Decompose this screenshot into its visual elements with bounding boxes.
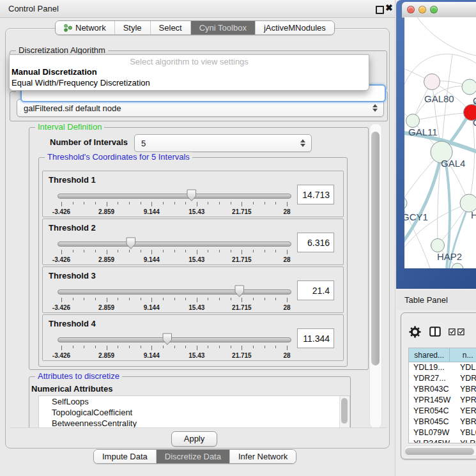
tab-jactivemnodules[interactable]: jActiveMNodules bbox=[256, 21, 334, 35]
close-icon[interactable] bbox=[385, 3, 394, 14]
group-label: Interval Definition bbox=[35, 123, 104, 132]
column-header[interactable]: shared... bbox=[409, 348, 450, 362]
network-edge[interactable] bbox=[417, 17, 476, 56]
algo-option-manual-discretization[interactable]: Manual Discretization bbox=[10, 66, 369, 77]
number-of-intervals-label: Number of Intervals bbox=[50, 137, 128, 147]
table-row[interactable]: YDR27...YDR2 bbox=[409, 373, 476, 384]
combo-spinner-icon bbox=[372, 104, 378, 112]
slider-track[interactable] bbox=[58, 289, 291, 295]
interval-definition-group: Interval Definition Number of Intervals … bbox=[29, 127, 369, 370]
tab-cyni-toolbox[interactable]: Cyni Toolbox bbox=[191, 21, 256, 35]
tab-network[interactable]: Network bbox=[56, 21, 115, 35]
gear-icon[interactable] bbox=[409, 326, 421, 338]
cell-name: YLR3 bbox=[453, 438, 476, 443]
panel-title: Control Panel bbox=[8, 4, 59, 13]
threshold-label: Threshold 4 bbox=[49, 319, 96, 328]
threshold-value-input[interactable]: 21.4 bbox=[297, 280, 334, 300]
algo-option-equal-width-frequency-discretization[interactable]: Equal Width/Frequency Discretization bbox=[10, 77, 369, 88]
network-node-gcy1[interactable] bbox=[404, 197, 407, 210]
apply-button[interactable]: Apply bbox=[171, 431, 217, 447]
slider-knob[interactable] bbox=[126, 237, 136, 250]
table-row[interactable]: YBR043CYBR0 bbox=[409, 384, 476, 395]
threshold-value-input[interactable]: 6.316 bbox=[297, 233, 334, 252]
table-row[interactable]: YDL19...YDL1 bbox=[409, 362, 476, 373]
slider-ticks bbox=[61, 250, 287, 255]
threshold-panel-3: Threshold 3-3.4262.8599.14415.4321.71528… bbox=[42, 266, 344, 313]
attribute-item[interactable]: BetweennessCentrality bbox=[39, 418, 349, 428]
threshold-slider[interactable]: -3.4262.8599.14415.4321.71528 bbox=[58, 188, 291, 216]
split-column-icon[interactable] bbox=[429, 326, 441, 337]
table-panel-titlebar: Table Panel bbox=[396, 290, 476, 310]
column-header[interactable]: n... bbox=[450, 348, 476, 362]
cell-name: YDL1 bbox=[453, 362, 476, 373]
mac-close-icon[interactable] bbox=[407, 6, 415, 13]
threshold-value-input[interactable]: 14.713 bbox=[297, 185, 334, 204]
cell-shared-name: YBL079W bbox=[409, 427, 453, 438]
table-row[interactable]: YLR345WYLR3 bbox=[409, 438, 476, 443]
slider-knob[interactable] bbox=[234, 285, 245, 298]
slider-tick-labels: -3.4262.8599.14415.4321.71528 bbox=[61, 208, 287, 216]
threshold-panel-1: Threshold 1-3.4262.8599.14415.4321.71528… bbox=[42, 171, 344, 217]
tab-discretize-data[interactable]: Discretize Data bbox=[157, 450, 230, 463]
control-panel: Control Panel NetworkStyleSelectCyni Too… bbox=[0, 0, 395, 476]
slider-tick-labels: -3.4262.8599.14415.4321.71528 bbox=[61, 256, 287, 264]
slider-track[interactable] bbox=[58, 242, 291, 247]
slider-knob[interactable] bbox=[187, 189, 197, 202]
tab-label: Cyni Toolbox bbox=[199, 23, 247, 33]
cell-shared-name: YDR27... bbox=[409, 373, 453, 384]
list-scrollbar-thumb[interactable] bbox=[341, 398, 348, 424]
network-node-hap2[interactable] bbox=[431, 239, 445, 252]
network-view-window[interactable]: GAL80G.CGAL11GAL4GCY1HHAP2 bbox=[396, 0, 476, 289]
settings-scroll-area: Interval Definition Number of Intervals … bbox=[10, 123, 387, 428]
control-panel-titlebar: Control Panel bbox=[0, 0, 395, 18]
horizontal-scrollbar-thumb[interactable] bbox=[405, 448, 474, 455]
network-node-gal80[interactable] bbox=[424, 74, 440, 90]
cell-shared-name: YPR145W bbox=[409, 395, 453, 406]
slider-track[interactable] bbox=[58, 194, 291, 199]
algorithm-dropdown: Select algorithm to view settings Manual… bbox=[9, 54, 369, 91]
network-node-gal11[interactable] bbox=[406, 114, 420, 128]
tab-select[interactable]: Select bbox=[151, 21, 191, 35]
table-row[interactable]: YER054CYER0 bbox=[409, 406, 476, 417]
table-row[interactable]: YBR045CYBR0 bbox=[409, 417, 476, 427]
threshold-slider[interactable]: -3.4262.8599.14415.4321.71528 bbox=[58, 332, 291, 360]
vertical-scrollbar-thumb[interactable] bbox=[371, 132, 380, 365]
cell-name: YER0 bbox=[453, 406, 476, 417]
float-window-icon[interactable] bbox=[376, 6, 384, 14]
mac-zoom-icon[interactable] bbox=[430, 6, 438, 13]
thresholds-group: Threshold's Coordinates for 5 Intervals … bbox=[38, 157, 348, 367]
tab-infer-network[interactable]: Infer Network bbox=[230, 450, 296, 463]
network-graph: GAL80G.CGAL11GAL4GCY1HHAP2 bbox=[404, 17, 476, 268]
threshold-slider[interactable]: -3.4262.8599.14415.4321.71528 bbox=[58, 284, 291, 312]
checkbox-icon[interactable] bbox=[457, 328, 464, 335]
network-node-g[interactable] bbox=[462, 79, 476, 95]
table-header-row: shared... n... bbox=[409, 348, 476, 362]
threshold-label: Threshold 3 bbox=[49, 271, 96, 280]
network-window-titlebar[interactable] bbox=[402, 2, 476, 18]
table-row[interactable]: YPR145WYPR1 bbox=[409, 395, 476, 406]
network-canvas[interactable]: GAL80G.CGAL11GAL4GCY1HHAP2 bbox=[404, 17, 476, 268]
attribute-table[interactable]: shared... n... YDL19...YDL1YDR27...YDR2Y… bbox=[408, 348, 476, 443]
threshold-slider[interactable]: -3.4262.8599.14415.4321.71528 bbox=[58, 236, 291, 264]
number-of-intervals-combobox[interactable]: 5 bbox=[134, 134, 312, 152]
network-edge[interactable] bbox=[413, 112, 472, 121]
mac-minimize-icon[interactable] bbox=[418, 6, 426, 13]
cell-shared-name: YLR345W bbox=[409, 438, 453, 443]
table-row[interactable]: YBL079WYBL0 bbox=[409, 427, 476, 438]
attribute-item[interactable]: TopologicalCoefficient bbox=[39, 407, 349, 418]
slider-ticks bbox=[61, 346, 287, 351]
tab-label: Style bbox=[123, 23, 142, 33]
attribute-item[interactable]: SelfLoops bbox=[39, 396, 349, 407]
tab-style[interactable]: Style bbox=[115, 21, 151, 35]
slider-knob[interactable] bbox=[162, 333, 173, 346]
numerical-attributes-label: Numerical Attributes bbox=[31, 384, 112, 394]
tab-label: Impute Data bbox=[102, 452, 148, 461]
threshold-value-input[interactable]: 11.344 bbox=[297, 328, 334, 348]
combo-spinner-icon bbox=[300, 139, 305, 147]
numerical-attributes-list[interactable]: SelfLoopsTopologicalCoefficientBetweenne… bbox=[38, 395, 350, 428]
tab-impute-data[interactable]: Impute Data bbox=[94, 450, 157, 463]
slider-track[interactable] bbox=[58, 337, 291, 342]
network-edge[interactable] bbox=[404, 152, 441, 247]
group-label: Discretization Algorithm bbox=[16, 45, 108, 55]
checkbox-icon[interactable] bbox=[449, 328, 456, 335]
